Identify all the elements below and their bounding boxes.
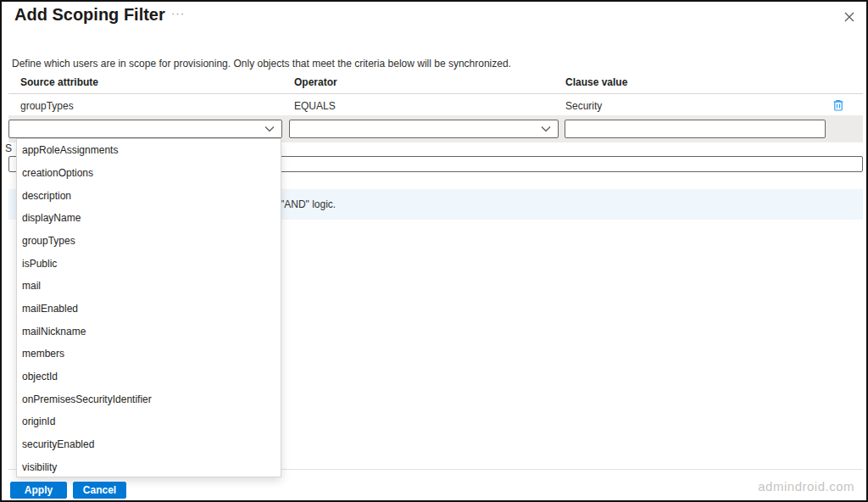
- dropdown-option[interactable]: mailNickname: [17, 320, 281, 343]
- info-bar-text-fragment: "AND" logic.: [281, 198, 336, 210]
- chevron-down-icon: [541, 126, 551, 132]
- context-menu-ellipsis-icon[interactable]: ···: [171, 7, 185, 20]
- dropdown-option[interactable]: isPublic: [17, 252, 281, 275]
- page-title: Add Scoping Filter: [14, 5, 165, 25]
- operator-dropdown[interactable]: [289, 120, 559, 138]
- chevron-down-icon: [264, 126, 275, 132]
- delete-clause-icon[interactable]: [831, 98, 846, 113]
- row-operator: EQUALS: [294, 100, 336, 112]
- dropdown-option[interactable]: originId: [17, 410, 281, 433]
- source-attribute-dropdown[interactable]: [8, 120, 282, 138]
- dropdown-option[interactable]: description: [17, 184, 281, 207]
- close-icon[interactable]: [841, 8, 858, 25]
- row-source-attribute: groupTypes: [20, 100, 74, 112]
- watermark: admindroid.com: [758, 479, 854, 494]
- dropdown-option[interactable]: displayName: [17, 207, 281, 230]
- header-separator: [8, 93, 863, 94]
- dropdown-option[interactable]: mailEnabled: [17, 298, 281, 321]
- column-header-clause-value: Clause value: [565, 76, 627, 88]
- attribute-dropdown-list: appRoleAssignmentscreationOptionsdescrip…: [16, 138, 281, 477]
- dropdown-option[interactable]: appRoleAssignments: [17, 139, 281, 162]
- dropdown-option[interactable]: securityEnabled: [17, 433, 281, 456]
- dropdown-option[interactable]: creationOptions: [17, 162, 281, 185]
- column-header-operator: Operator: [294, 76, 337, 88]
- dropdown-option[interactable]: visibility: [17, 455, 281, 477]
- apply-button[interactable]: Apply: [10, 482, 67, 499]
- column-header-source-attribute: Source attribute: [20, 76, 98, 88]
- dropdown-option[interactable]: onPremisesSecurityIdentifier: [17, 388, 281, 410]
- scoping-filter-title-label-fragment: S: [5, 142, 12, 154]
- clause-value-input[interactable]: [565, 120, 826, 138]
- dropdown-option[interactable]: groupTypes: [17, 230, 281, 253]
- row-clause-value: Security: [565, 100, 602, 112]
- dropdown-option[interactable]: members: [17, 343, 281, 365]
- dialog-description: Define which users are in scope for prov…: [12, 58, 511, 70]
- dropdown-option[interactable]: objectId: [17, 365, 281, 388]
- cancel-button[interactable]: Cancel: [73, 482, 126, 499]
- dropdown-option[interactable]: mail: [17, 275, 281, 298]
- add-scoping-filter-dialog: Add Scoping Filter ··· Define which user…: [0, 0, 868, 502]
